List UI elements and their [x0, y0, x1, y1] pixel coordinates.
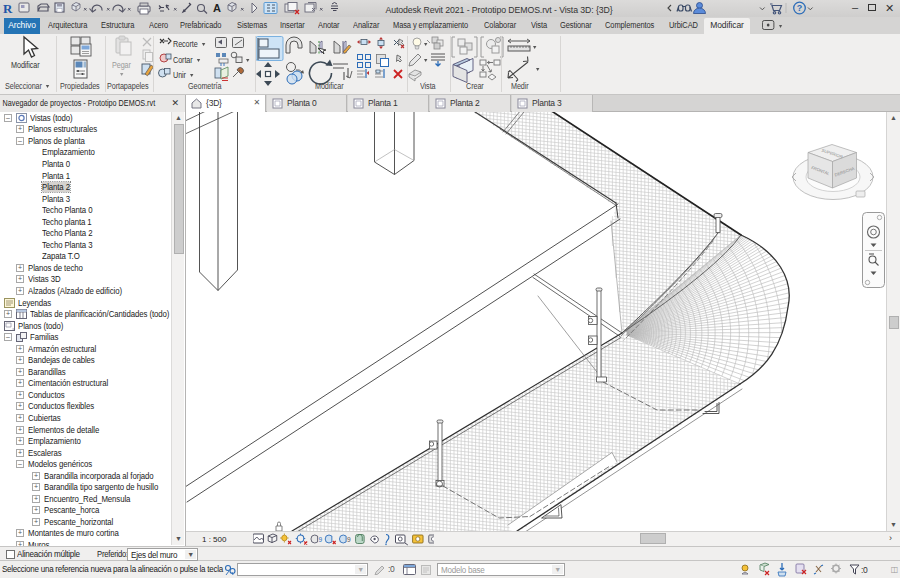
svg-text:R: R — [3, 1, 13, 16]
svg-text:A: A — [213, 2, 221, 14]
svg-text::0: :0 — [861, 565, 868, 575]
svg-text:9: 9 — [347, 536, 351, 543]
svg-text:?: ? — [797, 3, 803, 13]
svg-text:9: 9 — [319, 536, 323, 543]
